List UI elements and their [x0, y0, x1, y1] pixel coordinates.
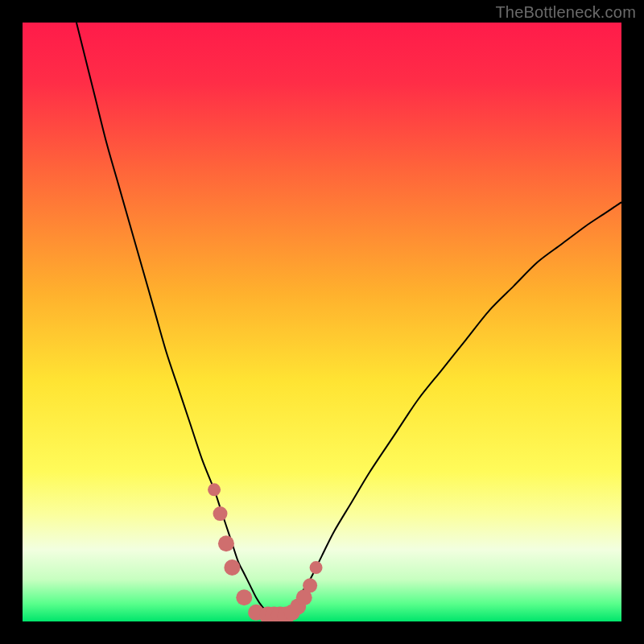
highlight-marker [218, 535, 234, 551]
highlight-marker [236, 589, 252, 605]
plot-area [23, 23, 621, 621]
highlight-marker [224, 559, 240, 576]
outer-frame: TheBottleneck.com [0, 0, 644, 644]
bottleneck-chart [23, 23, 621, 621]
highlight-marker [310, 561, 323, 574]
highlight-marker [213, 506, 228, 521]
watermark-text: TheBottleneck.com [495, 3, 636, 22]
gradient-background [23, 23, 621, 621]
highlight-marker [208, 483, 221, 496]
highlight-marker [303, 578, 317, 592]
